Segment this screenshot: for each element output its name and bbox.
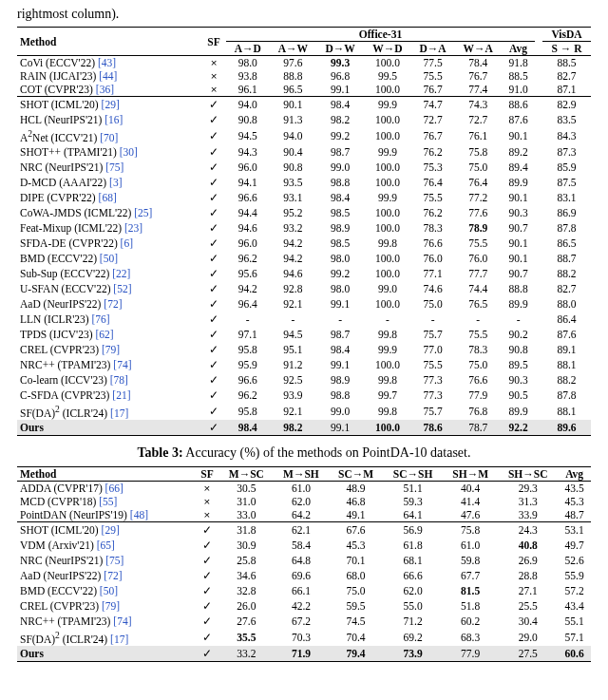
citation-link[interactable]: [66] [105, 482, 124, 494]
val-cell: 75.5 [411, 190, 455, 205]
val-cell: 75.7 [411, 403, 455, 420]
val-cell: 98.7 [316, 327, 364, 342]
method-cell: Feat-Mixup (ICML'22) [23] [17, 220, 201, 236]
method-cell: SF(DA)2 (ICLR'24) [17] [17, 629, 195, 646]
val-cell: 94.2 [270, 251, 317, 266]
citation-link[interactable]: [30] [120, 146, 138, 158]
citation-link[interactable]: [68] [99, 192, 117, 203]
citation-link[interactable]: [76] [92, 313, 110, 325]
val-cell: 74.4 [454, 281, 502, 296]
val-cell: 100.0 [364, 266, 411, 281]
citation-link[interactable]: [75] [105, 555, 124, 566]
val-cell: 59.3 [383, 495, 443, 508]
val-cell: - [364, 312, 411, 327]
val-cell: 100.0 [364, 205, 411, 220]
table-row: TPDS (IJCV'23) [62]✓97.194.598.799.875.7… [17, 327, 591, 342]
val-cell: 31.0 [219, 495, 274, 508]
sr-cell: 86.9 [542, 205, 591, 220]
val-cell: 56.9 [383, 521, 443, 538]
citation-link[interactable]: [16] [104, 114, 123, 125]
method-cell: NRC (NeurIPS'21) [75] [17, 160, 201, 175]
th-SC→SH: SC→SH [383, 466, 443, 481]
citation-link[interactable]: [22] [112, 268, 130, 279]
citation-link[interactable]: [65] [97, 539, 115, 551]
val-cell: 99.9 [364, 144, 411, 160]
th-M→SH: M→SH [274, 466, 329, 481]
val-cell: 46.8 [329, 495, 383, 508]
citation-link[interactable]: [23] [124, 222, 142, 234]
val-cell: 95.8 [226, 342, 270, 357]
val-cell: 94.5 [270, 327, 317, 342]
citation-link[interactable]: [52] [113, 283, 131, 294]
val-cell: 98.4 [316, 97, 364, 113]
th-spacer [535, 28, 542, 42]
sf-cell: ✓ [195, 598, 219, 614]
sf-cell: ✓ [201, 296, 226, 312]
citation-link[interactable]: [75] [105, 161, 124, 173]
val-cell: 74.5 [329, 614, 383, 629]
citation-link[interactable]: [3] [109, 177, 122, 188]
table-row: AaD (NeurIPS'22) [72]✓34.669.668.066.667… [17, 568, 591, 583]
citation-link[interactable]: [72] [104, 298, 122, 310]
table-pointda10: MethodSFM→SCM→SHSC→MSC→SHSH→MSH→SCAvg AD… [17, 466, 591, 662]
val-cell: 94.1 [226, 175, 270, 190]
sf-cell: ✓ [201, 342, 226, 357]
citation-link[interactable]: [55] [99, 496, 117, 507]
citation-link[interactable]: [21] [112, 389, 130, 401]
citation-link[interactable]: [29] [102, 524, 120, 536]
citation-link[interactable]: [43] [98, 57, 116, 68]
val-cell: 75.8 [454, 144, 502, 160]
citation-link[interactable]: [17] [110, 634, 128, 645]
citation-link[interactable]: [29] [102, 99, 120, 110]
val-cell: 99.9 [364, 342, 411, 357]
citation-link[interactable]: [62] [95, 329, 113, 340]
citation-link[interactable]: [78] [110, 374, 128, 386]
val-cell: 70.3 [274, 629, 329, 646]
citation-link[interactable]: [44] [99, 70, 117, 82]
table-row: NRC (NeurIPS'21) [75]✓25.864.870.168.159… [17, 553, 591, 568]
val-cell: 75.3 [411, 160, 455, 175]
citation-link[interactable]: [48] [130, 509, 148, 520]
citation-link[interactable]: [74] [113, 615, 131, 627]
citation-link[interactable]: [72] [104, 570, 122, 581]
val-cell: 72.7 [454, 112, 502, 127]
citation-link[interactable]: [6] [121, 237, 133, 249]
th-method: Method [17, 28, 201, 56]
citation-link[interactable]: [70] [100, 132, 118, 143]
gap-cell [535, 190, 542, 205]
sf-cell: ✓ [201, 236, 226, 251]
citation-link[interactable]: [79] [102, 344, 120, 355]
val-cell: 76.7 [411, 83, 455, 97]
table-row: D-MCD (AAAI'22) [3]✓94.193.598.8100.076.… [17, 175, 591, 190]
citation-link[interactable]: [17] [110, 407, 128, 419]
val-cell: 78.7 [454, 420, 502, 436]
method-cell: D-MCD (AAAI'22) [3] [17, 175, 201, 190]
th-W→A: W→A [454, 42, 502, 56]
citation-link[interactable]: [79] [102, 600, 120, 612]
citation-link[interactable]: [36] [96, 84, 114, 95]
sf-cell: ✓ [201, 281, 226, 296]
th-sf: SF [201, 28, 226, 56]
sf-cell: ✓ [195, 568, 219, 583]
val-cell: 76.7 [411, 127, 455, 144]
citation-link[interactable]: [50] [100, 253, 118, 264]
sr-cell: 89.1 [542, 342, 591, 357]
val-cell: 74.6 [411, 281, 455, 296]
method-cell: A2Net (ICCV'21) [70] [17, 127, 201, 144]
table-row: Co-learn (ICCV'23) [78]✓96.692.598.999.8… [17, 372, 591, 388]
sf-cell: ✓ [201, 388, 226, 403]
citation-link[interactable]: [50] [100, 585, 118, 596]
citation-link[interactable]: [25] [134, 207, 152, 218]
method-cell: NRC++ (TPAMI'23) [74] [17, 614, 195, 629]
val-cell: - [226, 312, 270, 327]
method-cell: HCL (NeurIPS'21) [16] [17, 112, 201, 127]
val-cell: 59.8 [443, 553, 498, 568]
val-cell: 55.0 [383, 598, 443, 614]
citation-link[interactable]: [74] [113, 359, 131, 370]
val-cell: 98.8 [316, 175, 364, 190]
val-cell: 67.7 [443, 568, 498, 583]
sf-cell: ✓ [201, 266, 226, 281]
th-gap [535, 42, 542, 56]
sf-cell: ✓ [201, 97, 226, 113]
val-cell: 62.0 [274, 495, 329, 508]
